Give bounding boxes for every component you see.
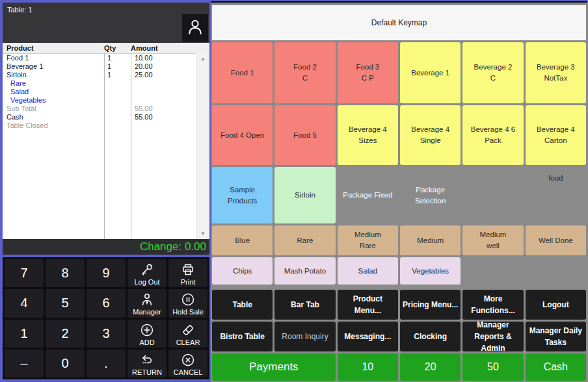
tender-10-button[interactable]: 10 [338,353,398,381]
key-4[interactable]: 4 [5,289,44,317]
receipt-row[interactable]: Food 1 1 10.00 [3,54,209,62]
add-button[interactable]: ADD [127,320,167,348]
scroll-up-icon[interactable]: ▲ [196,53,209,64]
key-1[interactable]: 1 [5,320,44,348]
table-title: Table: 1 [3,3,209,14]
hold-sale-button[interactable]: Hold Sale [168,289,207,317]
key-decimal[interactable]: . [87,350,126,377]
clerk-button[interactable] [182,14,208,42]
receipt-row-payment: Cash 55.00 [3,113,209,121]
product-button-beverage-4-single[interactable]: Beverage 4 Single [400,105,461,165]
pos-window: Table: 1 Product Qty Amount [0,0,588,382]
side-button-chips[interactable]: Chips [212,257,273,285]
product-button-beverage-4-sizes[interactable]: Beverage 4 Sizes [338,105,398,165]
product-button-beverage-4-6-pack[interactable]: Beverage 4 6 Pack [462,105,523,165]
function-button-room-inquiry[interactable]: Room Inquiry [274,322,335,351]
product-button-beverage-4-carton[interactable]: Beverage 4 Carton [526,105,586,165]
product-button-beverage-1[interactable]: Beverage 1 [400,42,461,103]
receipt-row[interactable]: Beverage 1 1 20.00 [3,62,209,71]
package-selection-button[interactable]: Package Selection [400,167,461,223]
tender-50-button[interactable]: 50 [462,353,523,381]
key-minus[interactable]: – [5,350,44,377]
key-9[interactable]: 9 [87,259,126,287]
receipt-row-modifier[interactable]: Vegetables [3,96,209,105]
function-button-clocking[interactable]: Clocking [400,322,461,351]
item-amount [131,96,183,105]
receipt-row-modifier[interactable]: Salad [3,88,209,96]
cancel-button[interactable]: CANCEL [168,350,207,377]
function-button-more-functions[interactable]: More Functions... [462,290,523,320]
item-qty [104,121,131,130]
clear-button[interactable]: CLEAR [168,320,207,348]
tender-cash-button[interactable]: Cash [526,353,586,381]
side-button-mash-potato[interactable]: Mash Potato [274,257,335,285]
payment-amount: 55.00 [131,113,183,121]
receipt-row-modifier[interactable]: Rare [3,79,209,88]
product-button-food-1[interactable]: Food 1 [212,42,273,103]
product-button-food-4-open[interactable]: Food 4 Open [212,105,273,165]
key-8[interactable]: 8 [46,259,85,287]
temp-button-blue[interactable]: Blue [212,225,273,255]
payment-label: Cash [3,113,104,121]
function-button-manager-reports-admin[interactable]: Manager Reports & Admin [462,322,523,351]
side-button-salad[interactable]: Salad [338,257,398,285]
function-button-manager-daily-tasks[interactable]: Manager Daily Tasks [526,322,586,351]
manager-button[interactable]: Manager [127,289,167,317]
key-0[interactable]: 0 [46,350,85,377]
item-qty: 1 [104,62,131,71]
scroll-down-icon[interactable]: ▼ [196,228,209,239]
sirloin-button[interactable]: Sirloin [274,167,335,223]
person-icon [185,17,205,39]
plus-circle-icon [139,322,155,338]
key-label: Print [181,278,196,286]
return-button[interactable]: RETURN [127,350,167,377]
key-label: Hold Sale [172,308,204,316]
payments-button[interactable]: Payments [212,353,336,381]
keymap-row-4: Blue Rare Medium Rare Medium Medium well… [212,225,586,255]
item-amount: 25.00 [131,71,183,79]
key-label: RETURN [132,368,162,376]
product-button-food-2[interactable]: Food 2 C [274,42,335,103]
change-display: Change: 0.00 [3,239,209,255]
print-button[interactable]: Print [168,259,207,287]
temp-button-medium-well[interactable]: Medium well [462,225,523,255]
keymap-row-3: Sample Products Sirloin Package Fixed Pa… [212,167,586,223]
function-button-bistro-table[interactable]: Bistro Table [212,322,273,351]
key-5[interactable]: 5 [46,289,85,317]
function-button-messaging[interactable]: Messaging... [338,322,398,351]
product-button-food-5[interactable]: Food 5 [274,105,335,165]
tender-20-button[interactable]: 20 [400,353,461,381]
product-button-beverage-2[interactable]: Beverage 2 C [462,42,523,103]
sample-products-button[interactable]: Sample Products [212,167,273,223]
keymap-row-6: Table Bar Tab Product Menu... Pricing Me… [212,290,586,320]
receipt-list: Product Qty Amount Food 1 1 10.00 Bevera… [3,43,209,239]
receipt-row[interactable]: Sirloin 1 25.00 [3,71,209,79]
keymap-title: Default Keymap [371,18,427,27]
item-qty [104,113,131,121]
logout-key-button[interactable]: Log Out [127,259,167,287]
column-divider [131,53,131,239]
key-7[interactable]: 7 [5,259,44,287]
temp-button-rare[interactable]: Rare [274,225,335,255]
key-2[interactable]: 2 [46,320,85,348]
keymap-panel: Default Keymap Food 1 Food 2 C Food 3 C … [211,3,588,382]
receipt-scrollbar[interactable]: ▲ ▼ [196,53,209,239]
package-fixed-button[interactable]: Package Fixed [338,167,398,223]
function-button-product-menu[interactable]: Product Menu... [338,290,398,320]
item-name: Beverage 1 [3,62,104,71]
keymap-row-7: Bistro Table Room Inquiry Messaging... C… [212,322,586,351]
key-3[interactable]: 3 [87,320,126,348]
temp-button-well-done[interactable]: Well Done [526,225,586,255]
function-button-bar-tab[interactable]: Bar Tab [274,290,335,320]
function-button-pricing-menu[interactable]: Pricing Menu... [400,290,461,320]
key-6[interactable]: 6 [87,289,126,317]
product-button-beverage-3[interactable]: Beverage 3 NotTax [526,42,586,103]
pause-circle-icon [180,292,196,307]
temp-button-medium[interactable]: Medium [400,225,461,255]
side-button-vegetables[interactable]: Vegetables [400,257,461,285]
temp-button-medium-rare[interactable]: Medium Rare [338,225,398,255]
function-button-logout[interactable]: Logout [526,290,586,320]
function-button-table[interactable]: Table [212,290,273,320]
product-button-food-3[interactable]: Food 3 C P [338,42,398,103]
return-arrow-icon [139,352,155,368]
